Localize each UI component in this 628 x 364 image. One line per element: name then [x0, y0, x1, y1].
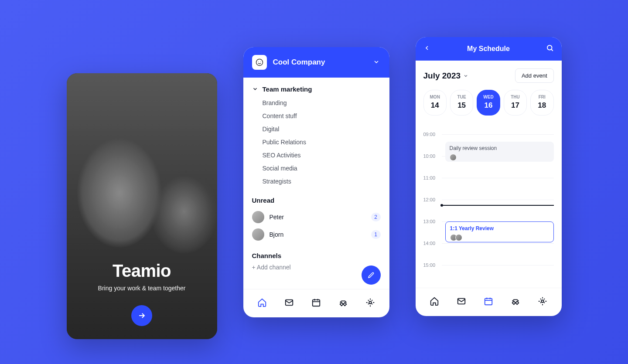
- nav-settings[interactable]: [362, 296, 379, 310]
- bottom-nav: [416, 288, 562, 316]
- app-title: Teamio: [80, 261, 204, 281]
- month-picker[interactable]: July 2023: [423, 71, 469, 81]
- day-pill-fri[interactable]: FRI 18: [530, 90, 553, 116]
- bottom-nav: [243, 289, 389, 317]
- unread-item[interactable]: Bjorn 1: [252, 226, 381, 243]
- svg-rect-8: [485, 299, 492, 305]
- time-row: 11:00: [423, 167, 554, 189]
- day-pill-wed[interactable]: WED 16: [477, 90, 500, 116]
- add-channel-button[interactable]: + Add channel: [252, 264, 381, 271]
- continue-button[interactable]: [131, 305, 152, 326]
- time-label: 14:00: [423, 241, 442, 246]
- add-event-button[interactable]: Add event: [515, 68, 554, 83]
- current-time-indicator: [423, 204, 554, 207]
- day-number: 17: [504, 101, 526, 110]
- gear-icon: [365, 298, 375, 307]
- time-label: 13:00: [423, 219, 442, 224]
- nav-calendar[interactable]: [307, 296, 325, 310]
- day-pill-tue[interactable]: TUE 15: [450, 90, 473, 116]
- nav-messages[interactable]: [453, 294, 470, 308]
- svg-point-5: [369, 301, 372, 304]
- day-strip: MON 14 TUE 15 WED 16 THU 17 FRI 18: [423, 90, 554, 116]
- day-of-week: FRI: [531, 95, 553, 99]
- unread-item[interactable]: Peter 2: [252, 208, 381, 226]
- event-attendees: [450, 154, 550, 161]
- handshake-icon: [511, 296, 520, 306]
- nav-deals[interactable]: [507, 294, 524, 308]
- calendar-icon: [311, 298, 321, 307]
- mail-icon: [457, 296, 466, 306]
- channels-body: Team marketing Branding Content stuff Di…: [243, 78, 389, 289]
- time-label: 12:00: [423, 197, 442, 202]
- channel-item[interactable]: Social media: [263, 162, 381, 175]
- day-number: 16: [477, 101, 499, 110]
- unread-name: Peter: [270, 214, 366, 221]
- day-of-week: MON: [424, 95, 446, 99]
- schedule-header: My Schedule: [416, 37, 562, 61]
- month-row: July 2023 Add event: [423, 68, 554, 83]
- avatar: [455, 234, 462, 241]
- back-button[interactable]: [423, 44, 430, 53]
- event-daily-review[interactable]: Daily review session: [445, 142, 554, 162]
- channels-section-title: Channels: [252, 252, 381, 259]
- time-row: 15:00: [423, 254, 554, 276]
- onboard-content: Teamio Bring your work & team together: [67, 261, 217, 326]
- unread-count-badge: 1: [371, 230, 381, 239]
- company-header[interactable]: Cool Company: [243, 47, 389, 78]
- svg-point-0: [256, 59, 263, 65]
- company-dropdown[interactable]: [373, 58, 381, 66]
- nav-messages[interactable]: [280, 296, 298, 310]
- nav-home[interactable]: [426, 294, 443, 308]
- svg-point-2: [260, 61, 261, 61]
- group-items: Branding Content stuff Digital Public Re…: [252, 96, 381, 188]
- nav-home[interactable]: [253, 296, 271, 310]
- day-of-week: TUE: [451, 95, 473, 99]
- event-title: Daily review session: [450, 145, 550, 151]
- nav-calendar[interactable]: [480, 294, 497, 308]
- svg-point-1: [258, 61, 259, 61]
- channels-screen: Cool Company Team marketing Branding Con…: [243, 47, 389, 317]
- event-yearly-review[interactable]: 1:1 Yearly Review: [445, 221, 554, 242]
- pencil-icon: [367, 271, 375, 279]
- home-icon: [257, 298, 267, 307]
- day-pill-mon[interactable]: MON 14: [423, 90, 447, 116]
- chevron-down-icon: [373, 58, 380, 65]
- event-title: 1:1 Yearly Review: [450, 225, 549, 231]
- schedule-screen: My Schedule July 2023 Add event MON 14 T…: [416, 37, 562, 316]
- svg-point-6: [547, 45, 552, 50]
- avatar: [450, 154, 457, 161]
- time-label: 15:00: [423, 262, 442, 268]
- timeline[interactable]: 09:00 10:00 11:00 12:00 13:00 14:00 15:0…: [423, 123, 554, 288]
- svg-point-9: [542, 300, 544, 303]
- time-row: 12:00: [423, 189, 554, 211]
- unread-name: Bjorn: [270, 231, 366, 238]
- group-team-marketing[interactable]: Team marketing: [252, 85, 381, 93]
- chevron-down-icon: [252, 86, 258, 92]
- search-button[interactable]: [546, 44, 554, 54]
- day-of-week: THU: [504, 95, 526, 99]
- schedule-title: My Schedule: [467, 45, 510, 53]
- smile-icon: [255, 58, 264, 67]
- handshake-icon: [338, 298, 348, 307]
- channel-item[interactable]: Strategists: [263, 175, 381, 188]
- day-number: 15: [451, 101, 473, 110]
- calendar-icon: [484, 296, 493, 306]
- group-title: Team marketing: [263, 85, 312, 93]
- nav-settings[interactable]: [534, 294, 551, 308]
- unread-count-badge: 2: [371, 213, 381, 221]
- svg-rect-4: [313, 299, 320, 306]
- compose-fab[interactable]: [362, 265, 381, 285]
- company-logo: [252, 55, 267, 70]
- onboarding-screen: Teamio Bring your work & team together: [67, 73, 217, 339]
- channel-item[interactable]: SEO Activities: [263, 149, 381, 162]
- day-pill-thu[interactable]: THU 17: [504, 90, 527, 116]
- time-label: 10:00: [423, 153, 442, 159]
- channel-item[interactable]: Branding: [263, 96, 381, 109]
- channel-item[interactable]: Public Relations: [263, 136, 381, 149]
- home-icon: [430, 296, 439, 306]
- channel-item[interactable]: Digital: [263, 122, 381, 136]
- avatar: [252, 211, 264, 223]
- day-number: 18: [531, 101, 553, 110]
- nav-deals[interactable]: [334, 296, 352, 310]
- channel-item[interactable]: Content stuff: [263, 109, 381, 122]
